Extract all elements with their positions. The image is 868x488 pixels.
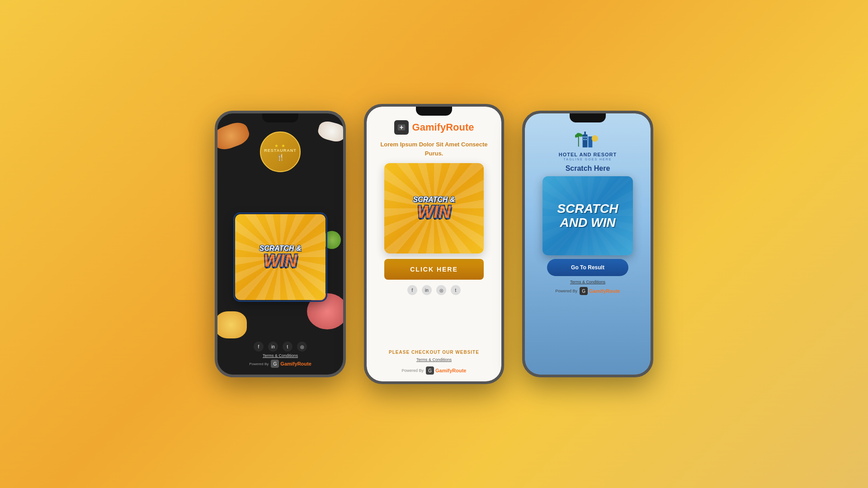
gamify-logo-icon <box>394 120 409 135</box>
go-to-result-button[interactable]: Go To Result <box>547 259 628 276</box>
social-icons-1: f in t ◎ <box>254 342 307 352</box>
click-here-button[interactable]: CLICK HERE <box>384 259 484 280</box>
svg-rect-9 <box>585 136 587 138</box>
gamify-text-1: GamifyRoute <box>280 361 311 366</box>
food-decor-bottom-left <box>217 311 247 338</box>
brand-part1-2: Gamify <box>412 122 446 133</box>
scratch-card-3[interactable]: SCRATCH AND WIN <box>542 176 633 255</box>
hotel-logo-icon <box>574 127 601 150</box>
phone-restaurant: ★ ★ RESTAURANT 🍴 SCRATCH & WIN f in t ◎ … <box>215 111 346 377</box>
gamify-text-3: GamifyRoute <box>589 288 620 294</box>
gamify-part1: Gamify <box>280 361 297 366</box>
terms-link-3[interactable]: Terms & Conditions <box>570 280 605 284</box>
gamify-text-2: GamifyRoute <box>435 368 466 373</box>
restaurant-label: RESTAURANT <box>264 148 296 153</box>
gamify-logo-2: G GamifyRoute <box>426 366 466 375</box>
terms-link-1[interactable]: Terms & Conditions <box>263 353 298 358</box>
powered-by-3: Powered By G GamifyRoute <box>556 287 620 295</box>
scratch-here-text: Scratch Here <box>566 164 610 173</box>
phone-gamifyroute: GamifyRoute Lorem Ipsum Dolor Sit Amet C… <box>364 104 504 384</box>
instagram-icon-2[interactable]: ◎ <box>436 285 446 295</box>
linkedin-icon[interactable]: in <box>268 342 278 352</box>
powered-by-2: Powered By G GamifyRoute <box>402 366 467 375</box>
fork-knife-icon: 🍴 <box>277 154 284 161</box>
stars: ★ ★ <box>274 143 287 148</box>
hotel-building-svg <box>575 128 600 149</box>
instagram-icon[interactable]: ◎ <box>297 342 307 352</box>
lorem-tagline: Lorem Ipsum Dolor Sit Amet Consecte Puru… <box>376 140 492 158</box>
linkedin-icon-2[interactable]: in <box>422 285 432 295</box>
gamify-logo-3: G GamifyRoute <box>580 287 620 295</box>
social-icons-2: f in ◎ t <box>407 285 461 295</box>
gamify-header: GamifyRoute <box>394 120 474 135</box>
hotel-logo: HOTEL AND RESORT TAGLINE GOES HERE <box>559 127 617 161</box>
powered-text-3: Powered By <box>556 289 578 293</box>
gamify-brand-2: GamifyRoute <box>412 122 474 133</box>
phone2-bottom: PLEASE CHECKOUT OUR WEBSITE Terms & Cond… <box>376 350 492 375</box>
gamify-svg-icon <box>397 123 406 132</box>
gamify-logo-1: G GamifyRoute <box>271 360 311 368</box>
svg-rect-5 <box>585 131 586 136</box>
twitter-icon-2[interactable]: t <box>451 285 461 295</box>
phone-hotel: HOTEL AND RESORT TAGLINE GOES HERE Scrat… <box>522 111 653 377</box>
gamify-icon-1: G <box>271 360 279 368</box>
restaurant-badge: ★ ★ RESTAURANT 🍴 <box>260 131 301 172</box>
twitter-icon[interactable]: t <box>283 342 292 352</box>
hotel-name: HOTEL AND RESORT <box>559 151 617 158</box>
svg-rect-10 <box>584 139 585 140</box>
facebook-icon-2[interactable]: f <box>407 285 417 295</box>
svg-rect-8 <box>584 136 585 138</box>
brand-part2-2: Route <box>446 122 474 133</box>
brand-p1-3: Gamify <box>589 288 606 294</box>
svg-rect-4 <box>583 134 588 147</box>
terms-link-2[interactable]: Terms & Conditions <box>416 357 452 362</box>
facebook-icon[interactable]: f <box>254 342 264 352</box>
gamify-icon-2: G <box>426 366 434 375</box>
powered-text-1: Powered By <box>249 362 269 366</box>
hotel-tagline: TAGLINE GOES HERE <box>559 158 617 161</box>
scratch-card-2[interactable]: SCRATCH & WIN <box>384 163 484 253</box>
gamify-icon-3: G <box>580 287 588 295</box>
svg-rect-11 <box>585 139 587 140</box>
brand-p2-3: Route <box>606 288 620 294</box>
gamify-part2: Route <box>297 361 311 366</box>
powered-by-1: Powered By G GamifyRoute <box>249 360 311 368</box>
powered-text-2: Powered By <box>402 368 424 373</box>
svg-point-7 <box>592 135 598 141</box>
checkout-text: PLEASE CHECKOUT OUR WEBSITE <box>389 350 479 355</box>
scratch-card-1[interactable]: SCRATCH & WIN <box>235 214 326 300</box>
